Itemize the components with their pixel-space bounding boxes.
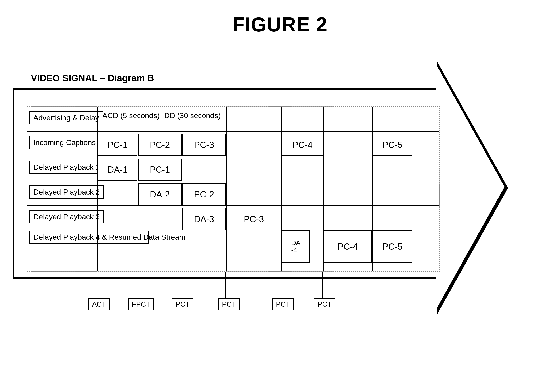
header-acd: ACD (5 seconds) <box>102 111 160 120</box>
tick-act <box>97 272 97 299</box>
bottom-pct2: PCT <box>219 299 240 310</box>
vline-1 <box>98 107 98 271</box>
cell-pc4-incoming: PC-4 <box>282 134 323 156</box>
hline-1 <box>27 131 439 131</box>
row-label-dp1: Delayed Playback 1 <box>30 161 104 174</box>
hline-4 <box>27 205 439 206</box>
row-label-incoming: Incoming Captions <box>30 136 100 149</box>
cell-da4: DA -4 <box>282 230 310 263</box>
cell-pc3-incoming: PC-3 <box>182 134 226 156</box>
video-signal-label: VIDEO SIGNAL – Diagram B <box>31 73 154 84</box>
arrow-head-inner <box>436 64 504 310</box>
cell-pc3-dp3: PC-3 <box>227 208 281 230</box>
tick-fpct <box>137 272 137 299</box>
bottom-fpct: FPCT <box>128 299 154 310</box>
hline-2 <box>27 156 439 156</box>
cell-pc2-dp2: PC-2 <box>182 183 226 205</box>
bottom-pct3: PCT <box>272 299 294 310</box>
cell-pc2-incoming: PC-2 <box>138 134 181 156</box>
hline-3 <box>27 181 439 181</box>
tick-pct1 <box>181 272 181 299</box>
row-label-dp2: Delayed Playback 2 <box>30 185 104 199</box>
row-label-advertising: Advertising & Delay <box>30 111 103 124</box>
bottom-pct1: PCT <box>172 299 193 310</box>
tick-pct3 <box>281 272 281 299</box>
cell-pc4-dp4: PC-4 <box>324 230 372 263</box>
tick-pct2 <box>225 272 226 299</box>
tick-pct4 <box>322 272 323 299</box>
cell-da1: DA-1 <box>98 159 137 181</box>
vline-4 <box>226 107 227 271</box>
cell-pc5-dp4: PC-5 <box>372 230 412 263</box>
bottom-pct4: PCT <box>314 299 335 310</box>
cell-da2: DA-2 <box>138 183 181 205</box>
cell-da3: DA-3 <box>182 208 226 230</box>
diagram-container: VIDEO SIGNAL – Diagram B ACD (5 seconds)… <box>13 62 533 367</box>
cell-pc5-incoming: PC-5 <box>372 134 412 156</box>
cell-pc1-dp1: PC-1 <box>138 159 181 181</box>
cell-pc1-incoming: PC-1 <box>98 134 137 156</box>
page-title: FIGURE 2 <box>0 0 560 36</box>
row-label-dp3: Delayed Playback 3 <box>30 210 104 223</box>
header-dd: DD (30 seconds) <box>164 111 221 120</box>
main-diagram-box: ACD (5 seconds) DD (30 seconds) Advertis… <box>27 106 440 272</box>
row-label-dp4: Delayed Playback 4 & Resumed Data Stream <box>30 231 149 244</box>
bottom-act: ACT <box>89 299 110 310</box>
